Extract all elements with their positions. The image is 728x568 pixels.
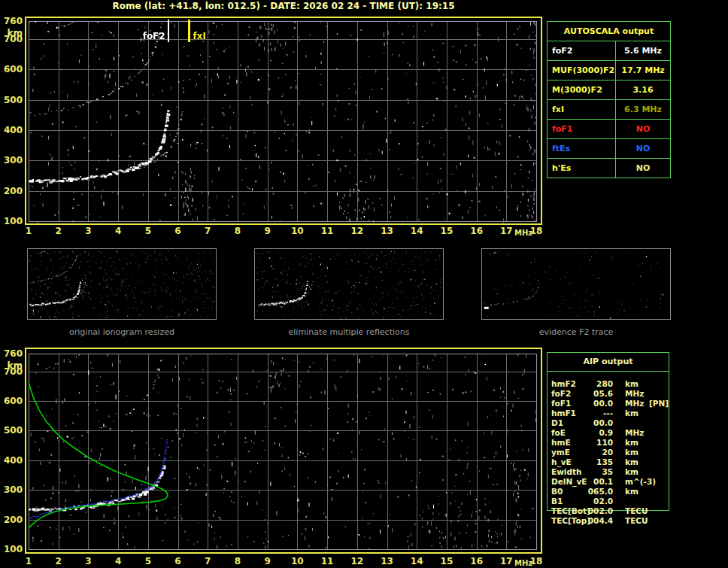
x-tick-4: 4 bbox=[109, 226, 127, 236]
x-tick-9: 9 bbox=[259, 226, 277, 236]
aip-u-Ewidth: km bbox=[625, 467, 639, 477]
aip-output-table: AIP output hmF2280kmfoF205.6MHzfoF100.0M… bbox=[547, 352, 669, 528]
y-tick-600: 600 bbox=[2, 64, 23, 74]
aip-v-foE: 0.9 bbox=[568, 428, 613, 438]
x-axis-unit: MHz bbox=[514, 559, 532, 567]
aip-v-hmE: 110 bbox=[568, 438, 613, 448]
x-tick-11: 11 bbox=[318, 556, 336, 566]
aip-l-D1: D1 bbox=[551, 418, 563, 428]
x-tick-17: 17 bbox=[497, 226, 515, 236]
x-tick-12: 12 bbox=[348, 556, 366, 566]
thumbnail-evidence-canvas bbox=[482, 249, 670, 319]
autoscala-table-rows: foF25.6 MHzMUF(3000)F217.7 MHzM(3000)F23… bbox=[548, 41, 670, 178]
autoscala-row-ftEs: ftEsNO bbox=[548, 139, 670, 159]
aip-v-hmF2: 280 bbox=[568, 379, 613, 389]
x-tick-16: 16 bbox=[468, 226, 486, 236]
x-tick-6: 6 bbox=[169, 226, 187, 236]
y-tick-300: 300 bbox=[2, 484, 23, 495]
autoscala-value: NO bbox=[616, 139, 670, 158]
caption-eliminate-reflections: eliminate multiple reflections bbox=[254, 327, 444, 338]
aip-row-hmE: hmE110km bbox=[547, 438, 669, 448]
aip-v-ymE: 20 bbox=[568, 448, 613, 457]
y-tick-760: 760 bbox=[2, 348, 23, 359]
aip-v-D1: 00.0 bbox=[568, 418, 613, 428]
autoscala-value: 6.3 MHz bbox=[616, 100, 670, 119]
y-tick-760: 760 bbox=[2, 16, 23, 26]
aip-v-foF1: 00.0 bbox=[568, 399, 613, 409]
thumbnail-evidence-f2 bbox=[481, 248, 671, 320]
autoscala-label: M(3000)F2 bbox=[548, 80, 616, 99]
autoscala-value: NO bbox=[616, 159, 670, 178]
x-tick-10: 10 bbox=[288, 226, 306, 236]
x-tick-16: 16 bbox=[468, 556, 486, 566]
x-tick-5: 5 bbox=[139, 226, 157, 236]
x-tick-14: 14 bbox=[408, 556, 426, 566]
autoscala-value: 5.6 MHz bbox=[616, 41, 670, 60]
thumbnail-original-ionogram bbox=[27, 248, 217, 320]
aip-l-B1: B1 bbox=[551, 497, 563, 506]
autoscala-row-fxI: fxI6.3 MHz bbox=[548, 100, 670, 120]
aip-row-foE: foE0.9MHz bbox=[547, 428, 669, 438]
fof2-marker-line bbox=[168, 20, 169, 42]
autoscala-row-h'Es: h'EsNO bbox=[548, 159, 670, 178]
top-ionogram-plot: foF2fxI bbox=[25, 17, 542, 225]
aip-v-hmF1: --- bbox=[568, 409, 613, 418]
x-tick-2: 2 bbox=[50, 226, 68, 236]
aip-v-foF2: 05.6 bbox=[568, 389, 613, 399]
y-tick-100: 100 bbox=[2, 544, 23, 554]
aip-row-hmF2: hmF2280km bbox=[547, 379, 669, 389]
aip-v-B0: 065.0 bbox=[568, 487, 613, 497]
aip-row-B1: B102.0 bbox=[547, 497, 669, 506]
autoscala-label: ftEs bbox=[548, 139, 616, 158]
aip-u-hmF2: km bbox=[625, 379, 639, 389]
x-tick-17: 17 bbox=[497, 556, 515, 566]
thumbnail-eliminate-canvas bbox=[255, 249, 443, 319]
aip-u-ymE: km bbox=[625, 448, 639, 457]
aip-u-foE: MHz bbox=[625, 428, 644, 438]
fxi-marker-line bbox=[188, 20, 190, 42]
y-tick-300: 300 bbox=[2, 155, 23, 166]
aip-u-hmF1: km bbox=[625, 409, 639, 418]
autoscala-row-M(3000)F2: M(3000)F23.16 bbox=[548, 80, 670, 100]
thumbnail-eliminate-reflections bbox=[254, 248, 444, 320]
aip-row-foF1: foF100.0MHz[PN] bbox=[547, 399, 669, 409]
x-tick-7: 7 bbox=[199, 226, 217, 236]
y-tick-400: 400 bbox=[2, 125, 23, 135]
aip-l-foE: foE bbox=[551, 428, 566, 438]
x-tick-4: 4 bbox=[109, 556, 127, 566]
aip-v-TEC[Bot]: 002.0 bbox=[568, 506, 613, 516]
autoscala-label: foF2 bbox=[548, 41, 616, 60]
autoscala-value: NO bbox=[616, 120, 670, 138]
y-axis-unit: km bbox=[2, 28, 23, 38]
x-tick-12: 12 bbox=[348, 226, 366, 236]
aip-u-h_vE: km bbox=[625, 457, 639, 467]
aip-u-foF1: MHz bbox=[625, 399, 644, 409]
aip-row-B0: B0065.0km bbox=[547, 487, 669, 497]
autoscala-table-header: AUTOSCALA output bbox=[548, 22, 670, 41]
bottom-ionogram-canvas bbox=[26, 349, 541, 552]
y-tick-200: 200 bbox=[2, 515, 23, 525]
aip-v-TEC[Top]: 004.4 bbox=[568, 516, 613, 526]
aip-row-TEC[Top]: TEC[Top]004.4TECU bbox=[547, 516, 669, 526]
thumbnail-original-canvas bbox=[28, 249, 216, 319]
aip-table-header: AIP output bbox=[547, 357, 669, 366]
y-tick-500: 500 bbox=[2, 95, 23, 105]
aip-u-hmE: km bbox=[625, 438, 639, 448]
y-axis-unit: km bbox=[2, 360, 23, 371]
aip-row-foF2: foF205.6MHz bbox=[547, 389, 669, 399]
aip-u-TEC[Bot]: TECU bbox=[625, 506, 648, 516]
aip-row-TEC[Bot]: TEC[Bot]002.0TECU bbox=[547, 506, 669, 516]
autoscala-label: fxI bbox=[548, 100, 616, 119]
x-tick-10: 10 bbox=[288, 556, 306, 566]
x-tick-8: 8 bbox=[229, 556, 247, 566]
aip-row-Ewidth: Ewidth35km bbox=[547, 467, 669, 477]
autoscala-label: MUF(3000)F2 bbox=[548, 61, 616, 80]
station-title: Rome (lat: +41.8, lon: 012.5) - DATE: 20… bbox=[25, 1, 542, 11]
x-tick-7: 7 bbox=[199, 556, 217, 566]
y-tick-100: 100 bbox=[2, 216, 23, 226]
x-tick-14: 14 bbox=[408, 226, 426, 236]
x-tick-15: 15 bbox=[438, 556, 456, 566]
fxi-marker-label: fxI bbox=[193, 31, 205, 41]
x-tick-13: 13 bbox=[378, 556, 396, 566]
x-tick-8: 8 bbox=[229, 226, 247, 236]
